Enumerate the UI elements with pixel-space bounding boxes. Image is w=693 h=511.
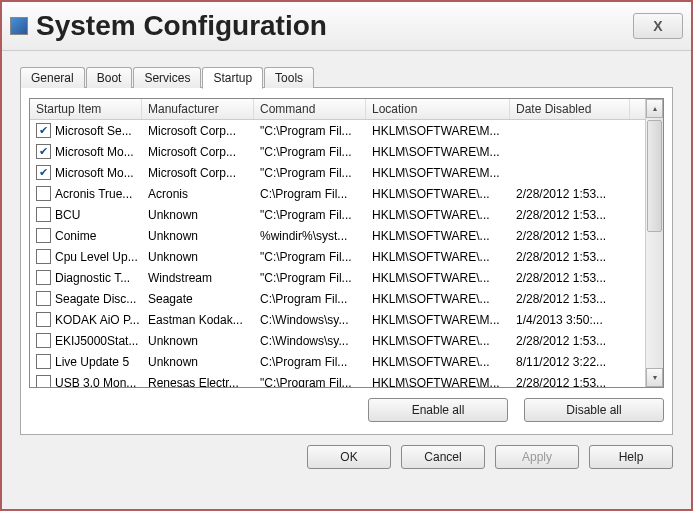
cell-manufacturer: Windstream <box>142 271 254 285</box>
cell-location: HKLM\SOFTWARE\M... <box>366 313 510 327</box>
cell-command: "C:\Program Fil... <box>254 250 366 264</box>
cell-manufacturer: Microsoft Corp... <box>142 166 254 180</box>
cell-date: 2/28/2012 1:53... <box>510 250 630 264</box>
dialog-buttons: OK Cancel Apply Help <box>2 445 691 483</box>
cell-manufacturer: Unknown <box>142 250 254 264</box>
cell-command: "C:\Program Fil... <box>254 124 366 138</box>
cell-manufacturer: Unknown <box>142 355 254 369</box>
apply-button: Apply <box>495 445 579 469</box>
startup-checkbox[interactable] <box>36 207 51 222</box>
col-startup-item[interactable]: Startup Item <box>30 99 142 119</box>
startup-checkbox[interactable] <box>36 186 51 201</box>
startup-checkbox[interactable] <box>36 123 51 138</box>
cell-date: 2/28/2012 1:53... <box>510 292 630 306</box>
startup-checkbox[interactable] <box>36 144 51 159</box>
startup-checkbox[interactable] <box>36 165 51 180</box>
cell-command: "C:\Program Fil... <box>254 271 366 285</box>
cell-command: C:\Windows\sy... <box>254 313 366 327</box>
cell-location: HKLM\SOFTWARE\M... <box>366 376 510 388</box>
cell-location: HKLM\SOFTWARE\... <box>366 355 510 369</box>
startup-checkbox[interactable] <box>36 249 51 264</box>
tab-general[interactable]: General <box>20 67 85 88</box>
col-manufacturer[interactable]: Manufacturer <box>142 99 254 119</box>
startup-item-label: Microsoft Mo... <box>55 166 134 180</box>
startup-item-label: Microsoft Mo... <box>55 145 134 159</box>
cell-manufacturer: Acronis <box>142 187 254 201</box>
table-row[interactable]: Microsoft Mo...Microsoft Corp..."C:\Prog… <box>30 162 645 183</box>
tab-services[interactable]: Services <box>133 67 201 88</box>
panel-buttons: Enable all Disable all <box>29 398 664 422</box>
scroll-down-button[interactable]: ▾ <box>646 368 663 387</box>
cell-location: HKLM\SOFTWARE\M... <box>366 124 510 138</box>
startup-checkbox[interactable] <box>36 228 51 243</box>
cell-command: "C:\Program Fil... <box>254 166 366 180</box>
table-row[interactable]: ConimeUnknown%windir%\syst...HKLM\SOFTWA… <box>30 225 645 246</box>
startup-item-label: Live Update 5 <box>55 355 129 369</box>
cell-command: "C:\Program Fil... <box>254 208 366 222</box>
startup-checkbox[interactable] <box>36 354 51 369</box>
list-body: Microsoft Se...Microsoft Corp..."C:\Prog… <box>30 120 645 387</box>
col-command[interactable]: Command <box>254 99 366 119</box>
scroll-thumb[interactable] <box>647 120 662 232</box>
cell-date: 2/28/2012 1:53... <box>510 271 630 285</box>
startup-checkbox[interactable] <box>36 270 51 285</box>
table-row[interactable]: USB 3.0 Mon...Renesas Electr..."C:\Progr… <box>30 372 645 387</box>
table-row[interactable]: Diagnostic T...Windstream"C:\Program Fil… <box>30 267 645 288</box>
cell-date: 2/28/2012 1:53... <box>510 334 630 348</box>
title-bar: System Configuration X <box>2 2 691 51</box>
table-row[interactable]: Microsoft Mo...Microsoft Corp..."C:\Prog… <box>30 141 645 162</box>
enable-all-button[interactable]: Enable all <box>368 398 508 422</box>
help-button[interactable]: Help <box>589 445 673 469</box>
cell-location: HKLM\SOFTWARE\... <box>366 250 510 264</box>
cell-command: "C:\Program Fil... <box>254 145 366 159</box>
vertical-scrollbar[interactable]: ▴ ▾ <box>645 99 663 387</box>
cell-location: HKLM\SOFTWARE\... <box>366 187 510 201</box>
table-row[interactable]: Seagate Disc...SeagateC:\Program Fil...H… <box>30 288 645 309</box>
cell-date: 2/28/2012 1:53... <box>510 229 630 243</box>
startup-item-label: Acronis True... <box>55 187 132 201</box>
cell-date: 2/28/2012 1:53... <box>510 208 630 222</box>
list-header: Startup Item Manufacturer Command Locati… <box>30 99 645 120</box>
cell-manufacturer: Microsoft Corp... <box>142 124 254 138</box>
cell-location: HKLM\SOFTWARE\... <box>366 208 510 222</box>
table-row[interactable]: Cpu Level Up...Unknown"C:\Program Fil...… <box>30 246 645 267</box>
tab-strip: General Boot Services Startup Tools <box>2 51 691 87</box>
cell-command: %windir%\syst... <box>254 229 366 243</box>
cell-manufacturer: Unknown <box>142 334 254 348</box>
cancel-button[interactable]: Cancel <box>401 445 485 469</box>
table-row[interactable]: Live Update 5UnknownC:\Program Fil...HKL… <box>30 351 645 372</box>
cell-location: HKLM\SOFTWARE\M... <box>366 166 510 180</box>
cell-date: 8/11/2012 3:22... <box>510 355 630 369</box>
startup-item-label: Conime <box>55 229 96 243</box>
startup-checkbox[interactable] <box>36 333 51 348</box>
col-date-disabled[interactable]: Date Disabled <box>510 99 630 119</box>
close-icon: X <box>653 18 662 34</box>
ok-button[interactable]: OK <box>307 445 391 469</box>
cell-manufacturer: Unknown <box>142 229 254 243</box>
window-title: System Configuration <box>36 10 633 42</box>
cell-location: HKLM\SOFTWARE\... <box>366 271 510 285</box>
disable-all-button[interactable]: Disable all <box>524 398 664 422</box>
cell-date: 2/28/2012 1:53... <box>510 376 630 388</box>
tab-tools[interactable]: Tools <box>264 67 314 88</box>
startup-checkbox[interactable] <box>36 291 51 306</box>
cell-command: C:\Program Fil... <box>254 187 366 201</box>
startup-item-label: Microsoft Se... <box>55 124 132 138</box>
tab-boot[interactable]: Boot <box>86 67 133 88</box>
scroll-up-button[interactable]: ▴ <box>646 99 663 118</box>
tab-startup[interactable]: Startup <box>202 67 263 89</box>
cell-manufacturer: Microsoft Corp... <box>142 145 254 159</box>
table-row[interactable]: KODAK AiO P...Eastman Kodak...C:\Windows… <box>30 309 645 330</box>
col-location[interactable]: Location <box>366 99 510 119</box>
table-row[interactable]: Microsoft Se...Microsoft Corp..."C:\Prog… <box>30 120 645 141</box>
chevron-down-icon: ▾ <box>653 373 657 382</box>
cell-command: C:\Program Fil... <box>254 292 366 306</box>
close-button[interactable]: X <box>633 13 683 39</box>
startup-checkbox[interactable] <box>36 375 51 387</box>
table-row[interactable]: Acronis True...AcronisC:\Program Fil...H… <box>30 183 645 204</box>
scroll-track[interactable] <box>646 118 663 368</box>
table-row[interactable]: BCUUnknown"C:\Program Fil...HKLM\SOFTWAR… <box>30 204 645 225</box>
startup-checkbox[interactable] <box>36 312 51 327</box>
table-row[interactable]: EKIJ5000Stat...UnknownC:\Windows\sy...HK… <box>30 330 645 351</box>
startup-list: Startup Item Manufacturer Command Locati… <box>29 98 664 388</box>
